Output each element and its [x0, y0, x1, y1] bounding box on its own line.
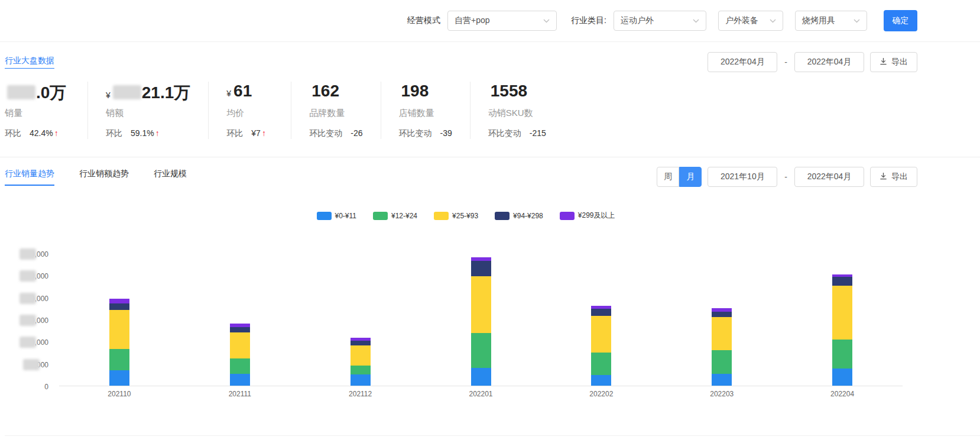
stacked-bar — [109, 299, 129, 386]
bar-segment — [591, 375, 611, 386]
stat-label: 销量 — [5, 108, 70, 119]
bar-segment — [230, 327, 250, 333]
legend-item[interactable]: ¥299及以上 — [560, 211, 615, 221]
stat-number: 21.1万 — [142, 82, 191, 104]
y-tick-label: 0 — [44, 383, 48, 391]
legend-item[interactable]: ¥94-¥298 — [495, 211, 543, 221]
bar-segment — [230, 358, 250, 374]
stacked-bar — [230, 324, 250, 386]
bar-segment — [591, 353, 611, 375]
tab-item[interactable]: 行业规模 — [154, 169, 187, 186]
trend-date-end[interactable]: 2022年04月 — [794, 167, 864, 187]
stat-card: 162 品牌数量 环比变动 -26 — [291, 82, 380, 139]
trend-tabs: 行业销量趋势行业销额趋势行业规模 — [5, 169, 187, 186]
confirm-button[interactable]: 确定 — [884, 10, 917, 31]
bar-segment — [471, 276, 491, 333]
legend-item[interactable]: ¥25-¥93 — [434, 211, 478, 221]
stat-label: 销额 — [106, 108, 190, 119]
stat-card: .0万 销量 环比 42.4%↑ — [5, 82, 87, 139]
date-range-separator: - — [784, 172, 787, 182]
x-axis-label: 202110 — [59, 390, 180, 398]
up-arrow-icon: ↑ — [54, 128, 59, 138]
bar-column: 202203 — [661, 254, 782, 386]
stat-sub-value: 59.1% — [131, 128, 154, 138]
stat-sub-value: -39 — [440, 128, 452, 138]
stat-number: .0万 — [36, 82, 66, 104]
trend-export-button[interactable]: 导出 — [870, 167, 917, 187]
bar-column: 202110 — [59, 254, 180, 386]
trend-section: 行业销量趋势行业销额趋势行业规模 周 月 2021年10月 - 2022年04月… — [0, 157, 980, 436]
bar-segment — [109, 370, 129, 386]
bar-segment — [471, 333, 491, 368]
x-axis-label: 202204 — [782, 390, 903, 398]
week-toggle-button[interactable]: 周 — [657, 167, 679, 187]
up-arrow-icon: ↑ — [155, 128, 160, 138]
tab-item[interactable]: 行业销额趋势 — [79, 169, 129, 186]
legend-item[interactable]: ¥12-¥24 — [373, 211, 417, 221]
chevron-down-icon — [543, 19, 550, 23]
bar-column: 202204 — [782, 254, 903, 386]
legend-item[interactable]: ¥0-¥11 — [317, 211, 356, 221]
bar-segment — [230, 332, 250, 358]
bar-segment — [471, 368, 491, 386]
export-label: 导出 — [891, 57, 908, 67]
redacted-blur — [20, 337, 36, 348]
y-tick-label: 150,000 — [23, 316, 48, 325]
download-icon — [880, 57, 887, 67]
chevron-down-icon — [854, 19, 860, 23]
stat-sub-label: 环比 — [226, 128, 243, 139]
overview-date-start[interactable]: 2022年04月 — [708, 52, 777, 72]
stacked-bar-chart: 050,000100,000150,000200,000250,000300,0… — [5, 254, 980, 409]
stacked-bar — [591, 306, 611, 386]
top-filter-bar: 经营模式 自营+pop 行业类目: 运动户外 户外装备 烧烤用具 确定 — [0, 0, 980, 42]
stacked-bar — [351, 338, 371, 386]
date-range-separator: - — [784, 57, 787, 67]
stat-value: .0万 — [5, 82, 70, 103]
stat-sub-label: 环比变动 — [399, 128, 432, 139]
trend-date-start[interactable]: 2021年10月 — [708, 167, 777, 187]
x-axis-label: 202203 — [661, 390, 782, 398]
x-axis-label: 202202 — [541, 390, 661, 398]
bar-column: 202202 — [541, 254, 661, 386]
overview-date-end[interactable]: 2022年04月 — [794, 52, 864, 72]
category-label: 行业类目: — [571, 15, 606, 26]
stat-sub: 环比变动 -26 — [309, 128, 362, 139]
tab-active[interactable]: 行业销量趋势 — [5, 169, 54, 186]
month-toggle-button[interactable]: 月 — [679, 167, 702, 187]
export-label: 导出 — [891, 172, 908, 182]
overview-export-button[interactable]: 导出 — [870, 52, 917, 72]
bar-segment — [832, 369, 852, 386]
category-select[interactable]: 运动户外 — [614, 11, 706, 31]
overview-title-link[interactable]: 行业大盘数据 — [5, 56, 54, 69]
period-toggle: 周 月 — [657, 167, 702, 187]
business-mode-select[interactable]: 自营+pop — [447, 11, 557, 31]
subsubcategory-value: 烧烤用具 — [802, 15, 835, 26]
stacked-bar — [471, 257, 491, 386]
bar-segment — [832, 340, 852, 369]
bar-segment — [591, 316, 611, 353]
bar-segment — [351, 366, 371, 374]
stat-value: 1558 — [488, 82, 546, 103]
chevron-down-icon — [770, 19, 776, 23]
bar-segment — [832, 277, 852, 286]
legend-swatch — [495, 212, 510, 220]
subcategory-select[interactable]: 户外装备 — [718, 11, 783, 31]
legend-label: ¥0-¥11 — [335, 212, 356, 220]
bar-segment — [351, 374, 371, 386]
redacted-blur — [20, 248, 36, 260]
chevron-down-icon — [693, 19, 699, 23]
up-arrow-icon: ↑ — [262, 128, 266, 138]
stacked-bar — [832, 274, 852, 386]
stat-number: 198 — [401, 82, 429, 101]
redacted-blur — [113, 85, 141, 99]
bar-segment — [230, 374, 250, 386]
legend-label: ¥94-¥298 — [513, 212, 543, 220]
bar-segment — [109, 303, 129, 310]
bar-segment — [591, 309, 611, 316]
stat-value: 162 — [309, 82, 362, 103]
stat-sub: 环比 59.1%↑ — [106, 128, 190, 139]
subcategory-value: 户外装备 — [725, 15, 758, 26]
stat-number: 162 — [311, 82, 339, 101]
subsubcategory-select[interactable]: 烧烤用具 — [795, 11, 867, 31]
bar-segment — [351, 345, 371, 366]
